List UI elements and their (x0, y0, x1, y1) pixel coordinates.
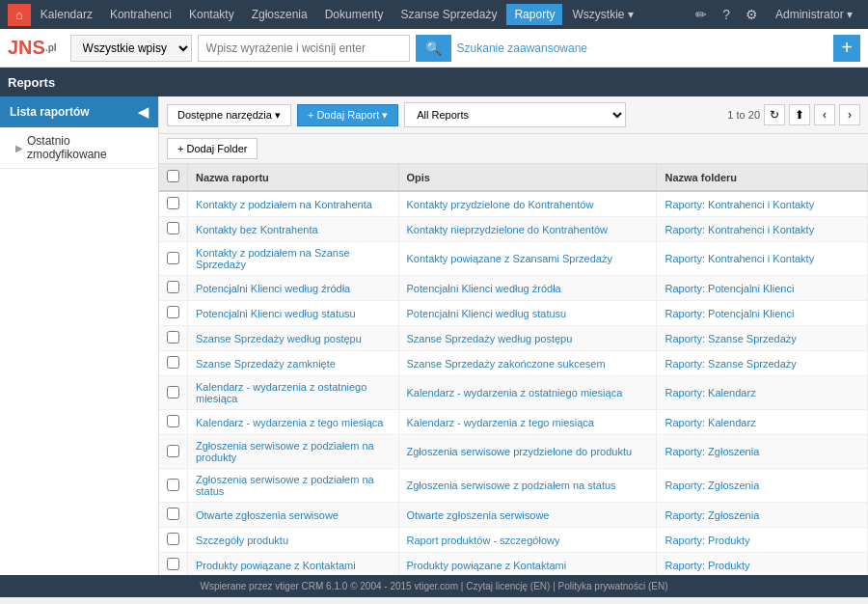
report-desc-link[interactable]: Potencjalni Klienci według statusu (407, 308, 567, 319)
report-name-link[interactable]: Kontakty bez Kontrahenta (196, 224, 318, 235)
report-folder-link[interactable]: Raporty: Zgłoszenia (665, 509, 759, 521)
row-checkbox[interactable] (167, 252, 179, 264)
report-name-link[interactable]: Szanse Sprzedaży według postępu (196, 333, 362, 344)
row-checkbox[interactable] (167, 415, 179, 427)
row-checkbox-cell[interactable] (159, 503, 188, 528)
report-name-link[interactable]: Produkty powiązane z Kontaktami (196, 560, 356, 571)
row-checkbox-cell[interactable] (159, 376, 188, 410)
nav-kontrahenci[interactable]: Kontrahenci (102, 4, 179, 25)
row-checkbox-cell[interactable] (159, 528, 188, 553)
nav-zgloszenia[interactable]: Zgłoszenia (244, 4, 315, 25)
report-folder-link[interactable]: Raporty: Kontrahenci i Kontakty (665, 253, 814, 264)
report-folder-link[interactable]: Raporty: Kalendarz (665, 387, 755, 398)
report-desc-link[interactable]: Zgłoszenia serwisowe z podziałem na stat… (407, 480, 616, 491)
report-folder-link[interactable]: Raporty: Produkty (665, 560, 749, 571)
report-desc-link[interactable]: Potencjalni Klienci według źródła (407, 283, 561, 294)
report-desc-link[interactable]: Kontakty przydzielone do Kontrahentów (407, 199, 594, 210)
refresh-button[interactable]: ↻ (764, 104, 785, 125)
report-desc-link[interactable]: Kontakty powiązane z Szansami Sprzedaży (407, 253, 612, 264)
row-checkbox[interactable] (167, 306, 179, 318)
prev-page-button[interactable]: ‹ (814, 104, 835, 125)
report-folder-link[interactable]: Raporty: Kontrahenci i Kontakty (665, 199, 814, 210)
help-icon[interactable]: ? (717, 3, 736, 26)
report-desc-link[interactable]: Otwarte zgłoszenia serwisowe (407, 509, 550, 521)
report-folder-link[interactable]: Raporty: Kontrahenci i Kontakty (665, 224, 814, 235)
admin-menu[interactable]: Administrator ▾ (768, 4, 860, 25)
report-name-link[interactable]: Potencjalni Klienci według źródła (196, 283, 350, 294)
search-button[interactable]: 🔍 (416, 35, 451, 62)
report-folder-link[interactable]: Raporty: Zgłoszenia (665, 446, 759, 457)
row-checkbox[interactable] (167, 508, 179, 520)
sidebar-item-recent[interactable]: ▶ Ostatnio zmodyfikowane (0, 127, 158, 169)
sidebar-collapse-button[interactable]: ◀ (138, 104, 149, 120)
report-name-link[interactable]: Kontakty z podziałem na Szanse Sprzedaży (196, 247, 350, 270)
row-checkbox-cell[interactable] (159, 410, 188, 435)
row-checkbox-cell[interactable] (159, 553, 188, 576)
report-desc-link[interactable]: Szanse Sprzedaży według postępu (407, 333, 573, 344)
row-checkbox[interactable] (167, 445, 179, 457)
report-folder-link[interactable]: Raporty: Szanse Sprzedaży (665, 333, 796, 344)
tools-dropdown-button[interactable]: Dostępne narzędzia ▾ (167, 104, 291, 126)
report-folder-link[interactable]: Raporty: Potencjalni Klienci (665, 308, 794, 319)
report-name-link[interactable]: Zgłoszenia serwisowe z podziałem na prod… (196, 440, 374, 463)
row-checkbox-cell[interactable] (159, 217, 188, 242)
row-checkbox[interactable] (167, 386, 179, 398)
row-checkbox-cell[interactable] (159, 191, 188, 217)
row-checkbox-cell[interactable] (159, 242, 188, 276)
report-desc-link[interactable]: Kalendarz - wydarzenia z ostatniego mies… (407, 387, 623, 398)
report-name-link[interactable]: Potencjalni Klienci według statusu (196, 308, 356, 319)
select-all-checkbox[interactable] (167, 170, 179, 182)
report-name-link[interactable]: Szanse Sprzedaży zamknięte (196, 358, 336, 370)
global-add-button[interactable]: + (833, 35, 860, 62)
settings-icon[interactable]: ⚙ (740, 3, 764, 26)
row-checkbox[interactable] (167, 222, 179, 234)
report-name-link[interactable]: Otwarte zgłoszenia serwisowe (196, 509, 339, 521)
next-page-button[interactable]: › (839, 104, 860, 125)
row-checkbox-cell[interactable] (159, 469, 188, 503)
row-checkbox[interactable] (167, 331, 179, 343)
row-checkbox[interactable] (167, 197, 179, 209)
row-checkbox-cell[interactable] (159, 301, 188, 326)
export-button[interactable]: ⬆ (789, 104, 810, 125)
edit-icon[interactable]: ✏ (690, 3, 713, 26)
nav-szanse[interactable]: Szanse Sprzedaży (393, 4, 504, 25)
nav-dokumenty[interactable]: Dokumenty (317, 4, 392, 25)
nav-kontakty[interactable]: Kontakty (181, 4, 242, 25)
report-desc-link[interactable]: Zgłoszenia serwisowe przydzielone do pro… (407, 446, 633, 457)
report-name-link[interactable]: Kalendarz - wydarzenia z tego miesiąca (196, 417, 383, 428)
report-desc-link[interactable]: Szanse Sprzedaży zakończone sukcesem (407, 358, 606, 370)
row-checkbox[interactable] (167, 479, 179, 491)
search-input[interactable] (198, 35, 410, 62)
row-checkbox-cell[interactable] (159, 351, 188, 376)
nav-raporty[interactable]: Raporty (506, 4, 562, 25)
row-checkbox[interactable] (167, 356, 179, 369)
add-report-button[interactable]: + Dodaj Raport ▾ (297, 104, 398, 126)
report-folder-link[interactable]: Raporty: Zgłoszenia (665, 480, 759, 491)
report-folder-link[interactable]: Raporty: Potencjalni Klienci (665, 283, 794, 294)
report-desc-link[interactable]: Kalendarz - wydarzenia z tego miesiąca (407, 417, 594, 428)
report-desc-link[interactable]: Kontakty nieprzydzielone do Kontrahentów (407, 224, 609, 235)
reports-filter-select[interactable]: All Reports (404, 102, 626, 127)
report-name-link[interactable]: Kontakty z podziałem na Kontrahenta (196, 199, 372, 210)
report-name-link[interactable]: Zgłoszenia serwisowe z podziałem na stat… (196, 474, 374, 497)
home-nav-item[interactable]: ⌂ (8, 4, 31, 26)
row-checkbox-cell[interactable] (159, 435, 188, 469)
report-name-link[interactable]: Kalendarz - wydarzenia z ostatniego mies… (196, 381, 366, 404)
nav-kalendarz[interactable]: Kalendarz (33, 4, 100, 25)
row-checkbox[interactable] (167, 281, 179, 293)
report-desc-link[interactable]: Raport produktów - szczegółowy (407, 535, 560, 546)
add-folder-button[interactable]: + Dodaj Folder (167, 138, 258, 159)
row-checkbox-cell[interactable] (159, 276, 188, 301)
row-checkbox[interactable] (167, 558, 179, 570)
row-checkbox[interactable] (167, 533, 179, 545)
report-folder-cell: Raporty: Kalendarz (657, 376, 868, 410)
report-desc-link[interactable]: Produkty powiązane z Kontaktami (407, 560, 567, 571)
nav-wszystkie[interactable]: Wszystkie ▾ (564, 4, 640, 25)
report-folder-link[interactable]: Raporty: Produkty (665, 535, 749, 546)
search-type-dropdown[interactable]: Wszystkie wpisy (70, 35, 192, 62)
advanced-search-link[interactable]: Szukanie zaawansowane (457, 41, 587, 55)
report-folder-link[interactable]: Raporty: Szanse Sprzedaży (665, 358, 796, 370)
report-folder-link[interactable]: Raporty: Kalendarz (665, 417, 755, 428)
report-name-link[interactable]: Szczegóły produktu (196, 535, 288, 546)
row-checkbox-cell[interactable] (159, 326, 188, 351)
